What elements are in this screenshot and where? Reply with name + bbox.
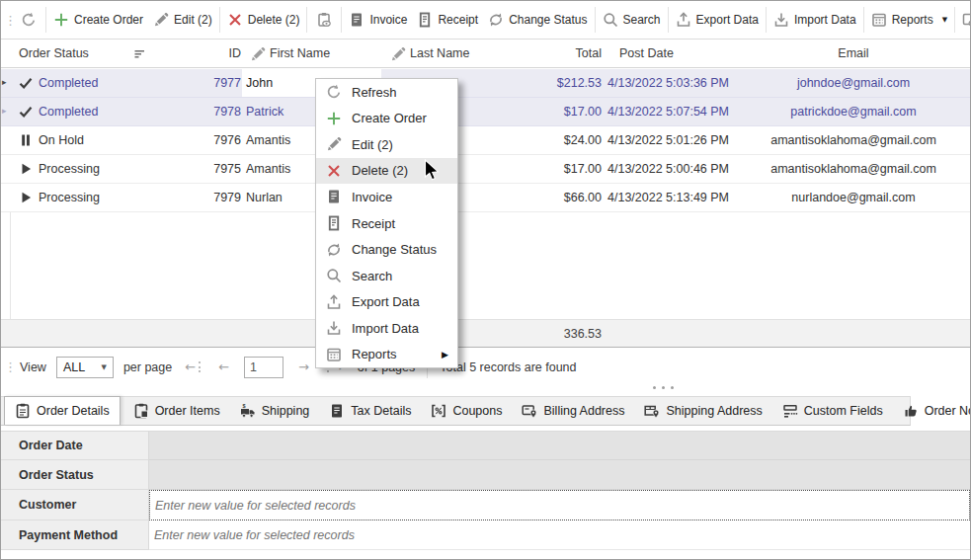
row-expand-icon[interactable]: ▸	[2, 106, 7, 116]
menu-item-label: Invoice	[352, 190, 392, 204]
reports-button[interactable]: Reports ▼	[866, 5, 952, 35]
cell-first-name: Amantis	[246, 133, 290, 147]
column-header-first-name[interactable]: First Name	[270, 46, 330, 60]
summary-total-value: 336.53	[515, 327, 602, 341]
pencil-icon	[250, 46, 266, 62]
menu-item-receipt[interactable]: Receipt	[316, 210, 457, 237]
tab-label: Shipping	[262, 404, 310, 418]
tab-shipping[interactable]: Shipping	[230, 397, 320, 425]
create-order-label: Create Order	[74, 13, 143, 27]
pager-grip[interactable]: ⋮	[4, 360, 16, 374]
menu-item-refresh[interactable]: Refresh	[316, 79, 457, 106]
menu-item-create-order[interactable]: Create Order	[316, 106, 457, 132]
menu-item-import-data[interactable]: Import Data	[316, 315, 457, 342]
export-data-button[interactable]: Export Data	[671, 5, 764, 35]
previous-page-button[interactable]: ←	[218, 360, 229, 374]
menu-item-export-data[interactable]: Export Data	[316, 288, 457, 315]
row-expand-icon[interactable]: ▸	[2, 77, 7, 87]
table-row[interactable]: Processing 7979 Nurlan $66.00 4/13/2022 …	[1, 184, 970, 212]
tab-order-notes[interactable]: Order Notes	[893, 397, 971, 425]
tab-billing-address[interactable]: Billing Address	[512, 397, 634, 425]
refresh-button[interactable]	[14, 5, 43, 35]
page-number-input[interactable]	[244, 357, 283, 378]
column-header-total[interactable]: Total	[515, 46, 602, 60]
tab-label: Coupons	[452, 404, 502, 418]
menu-item-change-status[interactable]: Change Status	[316, 236, 457, 263]
payment-method-input[interactable]	[149, 520, 970, 549]
table-row[interactable]: Processing 7975 Amantis $17.00 4/13/2022…	[1, 155, 970, 184]
pane-splitter-handle[interactable]	[653, 386, 674, 389]
cell-id: 7979	[149, 191, 241, 204]
cell-id: 7975	[149, 162, 241, 176]
cell-total: $24.00	[515, 133, 602, 147]
menu-item-edit[interactable]: Edit (2)	[316, 131, 457, 158]
table-row[interactable]: ▸ Completed 7977 John $212.53 4/13/2022 …	[1, 69, 970, 98]
cell-id: 7977	[149, 76, 241, 90]
cell-post-date: 4/13/2022 5:13:49 PM	[607, 191, 729, 204]
view-button[interactable]: View ▼	[957, 5, 971, 35]
menu-item-search[interactable]: Search	[316, 263, 457, 289]
tab-custom-fields[interactable]: Custom Fields	[772, 397, 893, 425]
per-page-label: per page	[123, 360, 172, 374]
orders-table: ▸ Completed 7977 John $212.53 4/13/2022 …	[1, 69, 970, 212]
menu-item-label: Search	[352, 269, 392, 283]
pencil-icon	[153, 12, 169, 28]
detail-tabs: Order Details Order Items Shipping Tax D…	[1, 396, 911, 426]
menu-item-label: Reports	[352, 347, 397, 361]
search-button[interactable]: Search	[598, 5, 666, 35]
form-row-payment-method: Payment Method	[1, 520, 970, 550]
edit-button[interactable]: Edit (2)	[148, 5, 217, 35]
cell-first-name: Amantis	[246, 162, 290, 176]
column-header-order-status[interactable]: Order Status	[19, 46, 89, 60]
menu-item-invoice[interactable]: Invoice	[316, 184, 457, 210]
tab-coupons[interactable]: Coupons	[421, 397, 512, 425]
shipping-address-icon	[644, 403, 660, 419]
customer-input[interactable]	[150, 491, 969, 520]
tab-tax-details[interactable]: Tax Details	[319, 397, 421, 425]
check-icon	[18, 104, 34, 120]
tab-order-details[interactable]: Order Details	[4, 396, 121, 425]
plus-icon	[326, 111, 342, 126]
pencil-icon	[326, 136, 342, 152]
thumbs-up-icon	[903, 403, 919, 419]
tab-label: Custom Fields	[804, 404, 883, 418]
cell-order-status: Completed	[39, 76, 98, 90]
preview-icon	[316, 12, 332, 28]
column-header-post-date[interactable]: Post Date	[619, 46, 674, 60]
delete-button[interactable]: Delete (2)	[222, 5, 305, 35]
view-label: View	[20, 360, 46, 374]
receipt-icon	[326, 215, 342, 231]
sort-icon[interactable]	[132, 46, 148, 62]
import-icon	[773, 12, 789, 28]
page-size-select[interactable]: ALL ▼	[56, 357, 114, 378]
invoice-button[interactable]: Invoice	[344, 5, 412, 35]
menu-item-label: Refresh	[352, 85, 397, 100]
form-row-order-status: Order Status	[1, 460, 970, 490]
toolbar-grip[interactable]: ⋮	[4, 13, 14, 28]
first-page-button[interactable]: ←	[185, 360, 201, 374]
create-order-button[interactable]: Create Order	[48, 5, 148, 35]
menu-item-label: Receipt	[352, 216, 395, 231]
receipt-button[interactable]: Receipt	[412, 5, 483, 35]
change-status-button[interactable]: Change Status	[483, 5, 592, 35]
tab-label: Billing Address	[543, 404, 624, 418]
receipt-icon	[417, 12, 433, 28]
preview-button[interactable]	[309, 5, 339, 35]
import-data-button[interactable]: Import Data	[769, 5, 861, 35]
tab-shipping-address[interactable]: Shipping Address	[634, 397, 771, 425]
menu-item-reports[interactable]: Reports ▶	[316, 341, 457, 367]
tax-details-icon	[329, 403, 345, 419]
column-header-last-name[interactable]: Last Name	[410, 46, 469, 60]
column-header-id[interactable]: ID	[149, 46, 241, 60]
menu-item-delete[interactable]: Delete (2)	[316, 158, 457, 185]
invoice-label: Invoice	[369, 13, 407, 27]
reports-label: Reports	[892, 13, 933, 27]
cell-email: johndoe@gmail.com	[749, 76, 958, 90]
toolbar-separator	[341, 7, 342, 33]
toolbar-separator	[766, 7, 767, 33]
next-page-button[interactable]: →	[298, 360, 309, 374]
column-header-email[interactable]: Email	[749, 46, 958, 60]
table-row[interactable]: ▸ Completed 7978 Patrick $17.00 4/13/202…	[1, 98, 970, 126]
table-row[interactable]: On Hold 7976 Amantis $24.00 4/13/2022 5:…	[1, 126, 970, 155]
tab-order-items[interactable]: Order Items	[123, 397, 230, 425]
